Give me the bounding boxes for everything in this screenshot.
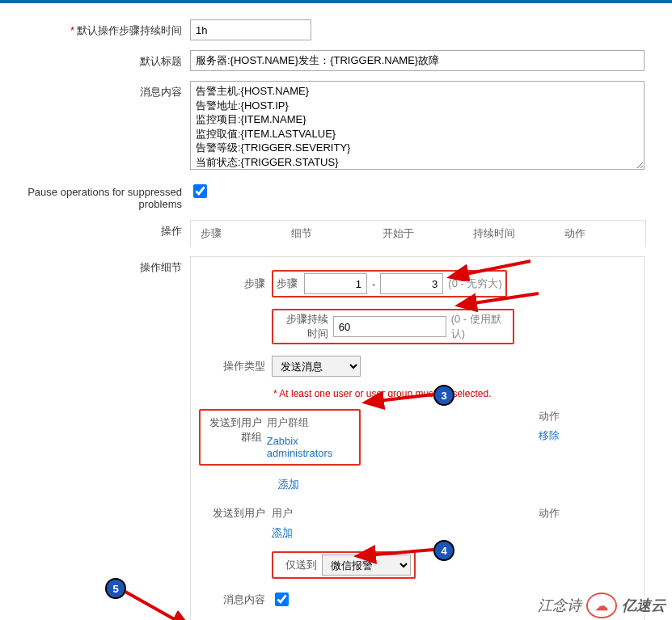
label-message-content: 消息内容 xyxy=(0,81,190,99)
users-action-header: 动作 xyxy=(539,506,636,521)
send-to-groups-highlight: 发送到用户群组 用户群组 Zabbix administrators xyxy=(199,409,361,466)
badge-5: 5 xyxy=(105,578,126,599)
watermark: 江念诗 ☁ 亿速云 xyxy=(538,593,666,618)
send-only-to-select[interactable]: 微信报警 xyxy=(322,555,411,576)
ops-col-action: 动作 xyxy=(555,226,645,241)
label-pause-suppressed: Pause operations for suppressed problems xyxy=(0,182,190,210)
group-add-link[interactable]: 添加 xyxy=(278,478,299,490)
steps-range-highlight: 步骤 - (0 - 无穷大) xyxy=(272,270,507,297)
label-send-to-groups: 发送到用户群组 xyxy=(205,415,267,459)
ops-col-details: 细节 xyxy=(281,226,372,241)
groups-col-header: 用户群组 xyxy=(267,415,354,430)
msg-content-checkbox[interactable] xyxy=(275,593,289,606)
at-least-one-note: * At least one user or user group must b… xyxy=(273,388,636,399)
group-row-name: Zabbix administrators xyxy=(267,435,354,459)
label-operation-details: 操作细节 xyxy=(0,256,190,275)
users-col-header: 用户 xyxy=(272,506,534,521)
step-range-hint: (0 - 无穷大) xyxy=(448,276,501,291)
ops-col-steps: 步骤 xyxy=(191,226,281,241)
label-operations: 操作 xyxy=(0,220,190,238)
label-steps: 步骤 xyxy=(199,276,272,291)
label-msg-content-cb: 消息内容 xyxy=(199,593,272,607)
step-duration-input[interactable] xyxy=(333,316,446,337)
watermark-author: 江念诗 xyxy=(538,596,581,615)
operation-details-panel: 步骤 步骤 - (0 - 无穷大) xyxy=(190,256,645,620)
label-default-step-duration: *默认操作步骤持续时间 xyxy=(0,19,190,38)
default-step-duration-input[interactable] xyxy=(190,19,311,40)
label-send-only-to: 仅送到 xyxy=(277,558,317,572)
operations-table-header: 步骤 细节 开始于 持续时间 动作 xyxy=(190,220,646,247)
default-title-input[interactable] xyxy=(190,50,645,71)
pause-suppressed-checkbox[interactable] xyxy=(193,184,207,198)
label-send-to-users: 发送到用户 xyxy=(199,506,272,521)
watermark-brand: 亿速云 xyxy=(622,596,666,615)
message-content-textarea[interactable]: 告警主机:{HOST.NAME} 告警地址:{HOST.IP} 监控项目:{IT… xyxy=(190,81,645,170)
label-default-title: 默认标题 xyxy=(0,50,190,69)
user-add-link[interactable]: 添加 xyxy=(272,526,293,538)
step-from-input[interactable] xyxy=(304,273,367,294)
svg-line-4 xyxy=(125,592,190,620)
group-remove-link[interactable]: 移除 xyxy=(539,428,636,443)
badge-3: 3 xyxy=(433,385,454,406)
ops-col-start: 开始于 xyxy=(373,226,463,241)
badge-4: 4 xyxy=(433,540,454,561)
step-to-input[interactable] xyxy=(380,273,443,294)
label-operation-type: 操作类型 xyxy=(199,359,272,373)
ops-col-duration: 持续时间 xyxy=(463,226,554,241)
cloud-logo-icon: ☁ xyxy=(586,593,617,618)
step-duration-hint: (0 - 使用默认) xyxy=(451,312,509,341)
step-duration-highlight: 步骤持续时间 (0 - 使用默认) xyxy=(272,309,514,344)
send-only-to-highlight: 仅送到 微信报警 xyxy=(272,551,416,579)
groups-action-header: 动作 xyxy=(539,409,636,424)
operation-type-select[interactable]: 发送消息 xyxy=(272,356,361,377)
